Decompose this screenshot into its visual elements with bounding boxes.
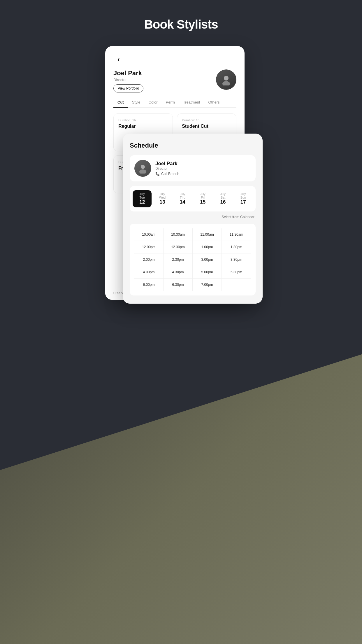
date-item-wed13[interactable]: July Wed 13 (153, 190, 172, 207)
date-num-sun17: 17 (240, 199, 246, 205)
call-branch[interactable]: 📞 Call Branch (155, 172, 179, 176)
profile-header: Joel Park Director View Portfolio (113, 69, 236, 92)
service-name-regular: Regular (118, 124, 168, 129)
tab-perm[interactable]: Perm (162, 97, 179, 107)
time-slot-1800[interactable]: 6.00pm (134, 279, 164, 291)
time-slots: 10.00am 10.30am 11.00am 11.30am 12.00pm … (130, 224, 256, 295)
time-slot-1100[interactable]: 11.00am (193, 228, 222, 241)
date-num-thu14: 14 (180, 199, 185, 205)
time-slot-1500[interactable]: 3.00pm (193, 253, 222, 266)
time-row-2: 12.00pm 12.30pm 1.00pm 1.30pm (134, 241, 251, 253)
time-slot-1830[interactable]: 6.30pm (164, 279, 193, 291)
time-slot-1730[interactable]: 5.30pm (222, 266, 251, 278)
schedule-stylist-info: Joel Park Director 📞 Call Branch (130, 155, 256, 181)
date-num-tue12: 12 (139, 199, 145, 205)
date-day-wed13: Wed (159, 196, 166, 199)
call-branch-label: Call Branch (161, 172, 179, 176)
date-num-fri15: 15 (200, 199, 205, 205)
date-picker: July Tue 12 July Wed 13 July Thu 14 July… (130, 186, 256, 211)
schedule-avatar (134, 160, 151, 177)
tab-color[interactable]: Color (145, 97, 162, 107)
time-slot-1600[interactable]: 4.00pm (134, 266, 164, 278)
time-slot-1300[interactable]: 1.00pm (193, 241, 222, 253)
tab-style[interactable]: Style (128, 97, 145, 107)
time-slot-1200[interactable]: 12.00pm (134, 241, 164, 253)
svg-point-3 (139, 169, 146, 174)
schedule-stylist-role: Director (155, 167, 179, 171)
date-month-thu14: July (180, 192, 185, 196)
date-month-sat16: July (220, 192, 226, 196)
profile-info: Joel Park Director View Portfolio (113, 69, 143, 92)
date-num-sat16: 16 (220, 199, 226, 205)
svg-point-0 (224, 76, 229, 80)
schedule-card: Schedule Joel Park Director 📞 Call Branc… (123, 134, 263, 304)
time-slot-1130[interactable]: 11.30am (222, 228, 251, 241)
time-slot-1230[interactable]: 12.30pm (164, 241, 193, 253)
date-day-fri15: Fri (201, 196, 205, 199)
tab-treatment[interactable]: Treatment (179, 97, 204, 107)
time-slot-empty (222, 279, 251, 291)
select-from-calendar-link[interactable]: Select from Calendar (130, 215, 256, 219)
date-day-tue12: Tue (139, 196, 145, 199)
time-slot-1700[interactable]: 5.00pm (193, 266, 222, 278)
stylist-role: Director (113, 78, 143, 82)
view-portfolio-button[interactable]: View Portfolio (113, 84, 143, 92)
time-row-3: 2.00pm 2.30pm 3.00pm 3.30pm (134, 253, 251, 266)
time-row-1: 10.00am 10.30am 11.00am 11.30am (134, 228, 251, 241)
back-button[interactable]: ‹ (113, 54, 124, 65)
page-title: Book Stylists (144, 18, 218, 32)
date-month-wed13: July (160, 192, 165, 196)
date-day-thu14: Thu (180, 196, 185, 199)
time-slot-1030[interactable]: 10.30am (164, 228, 193, 241)
date-day-sun17: Sun (240, 196, 246, 199)
time-slot-1000[interactable]: 10.00am (134, 228, 164, 241)
schedule-title: Schedule (130, 142, 256, 149)
date-item-sun17[interactable]: July Sun 17 (234, 190, 253, 207)
tab-cut[interactable]: Cut (113, 97, 128, 107)
date-item-thu14[interactable]: July Thu 14 (173, 190, 192, 207)
phone-icon: 📞 (155, 172, 160, 176)
service-name-student-cut: Student Cut (182, 124, 231, 129)
date-num-wed13: 13 (160, 199, 165, 205)
time-slot-1900[interactable]: 7.00pm (193, 279, 222, 291)
service-tabs: Cut Style Color Perm Treatment Others (113, 97, 236, 108)
time-row-5: 6.00pm 6.30pm 7.00pm (134, 279, 251, 291)
back-icon: ‹ (117, 56, 120, 63)
time-slot-1400[interactable]: 2.00pm (134, 253, 164, 266)
schedule-stylist-name: Joel Park (155, 161, 179, 167)
date-month-fri15: July (200, 192, 205, 196)
svg-point-1 (222, 81, 230, 85)
time-slot-1330[interactable]: 1.30pm (222, 241, 251, 253)
date-item-tue12[interactable]: July Tue 12 (133, 190, 152, 207)
time-slot-1530[interactable]: 3.30pm (222, 253, 251, 266)
avatar (216, 69, 236, 90)
date-month-sun17: July (240, 192, 246, 196)
date-month-tue12: July (140, 192, 145, 196)
time-row-4: 4.00pm 4.30pm 5.00pm 5.30pm (134, 266, 251, 279)
service-duration-student-cut: Duration: 1h (182, 118, 231, 122)
avatar-image (216, 69, 236, 90)
cards-container: ‹ Joel Park Director View Portfolio Cut … (105, 46, 257, 309)
schedule-stylist-details: Joel Park Director 📞 Call Branch (155, 161, 179, 176)
svg-point-2 (141, 165, 145, 169)
date-day-sat16: Sat (221, 196, 226, 199)
time-slot-1630[interactable]: 4.30pm (164, 266, 193, 278)
date-item-fri15[interactable]: July Fri 15 (193, 190, 212, 207)
date-item-sat16[interactable]: July Sat 16 (213, 190, 232, 207)
tab-others[interactable]: Others (204, 97, 224, 107)
time-slot-1430[interactable]: 2.30pm (164, 253, 193, 266)
service-duration-regular: Duration: 1h (118, 118, 168, 122)
stylist-name: Joel Park (113, 69, 143, 77)
